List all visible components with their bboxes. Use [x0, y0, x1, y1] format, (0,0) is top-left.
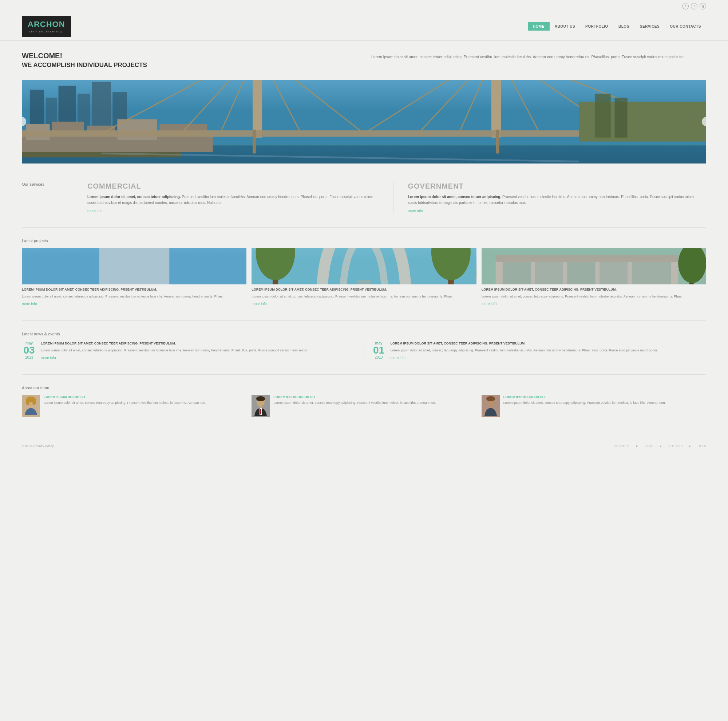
project-thumb-1 [22, 248, 246, 285]
facebook-icon[interactable]: f [691, 3, 697, 9]
project-more-3[interactable]: more info [482, 302, 706, 306]
svg-rect-87 [30, 405, 32, 408]
logo[interactable]: ARCHON civil engineering. [22, 16, 71, 37]
project-item-2: LOREM IPSUM DOLOR SIT AMET, CONSEC TEER … [252, 248, 476, 306]
project-item-1: LOREM IPSUM DOLOR SIT AMET, CONSEC TEER … [22, 248, 246, 306]
svg-rect-67 [357, 280, 371, 285]
svg-point-86 [32, 398, 36, 405]
service-commercial-title: COMMERCIAL [87, 182, 379, 190]
footer-sep-1: ► [636, 444, 639, 448]
divider-after-services [22, 227, 706, 228]
footer-link-faqs[interactable]: FAQS [645, 444, 653, 448]
svg-rect-73 [496, 255, 678, 262]
hero-title: WELCOME! [22, 52, 357, 60]
team-name-3: LOREM IPSUM DOLOR SIT [503, 395, 706, 399]
svg-rect-43 [615, 98, 627, 137]
svg-rect-19 [252, 80, 262, 138]
twitter-icon[interactable]: t [682, 3, 689, 9]
news-item-1: may 03 2013 LOREM IPSUM DOLOR SIT AMET, … [22, 341, 357, 360]
nav-blog[interactable]: BLOG [613, 22, 635, 31]
project-desc-1: Lorem ipsum dolor sit amet, consec tetur… [22, 294, 246, 299]
team-content-2: LOREM IPSUM DOLOR SIT Lorem ipsum dolor … [273, 395, 476, 417]
svg-point-90 [256, 396, 265, 401]
svg-rect-23 [491, 80, 501, 138]
footer-links: SUPPORT ► FAQS ► SITEMAP ► HELP [614, 444, 706, 448]
logo-text: ARCHON [28, 20, 65, 29]
service-government-desc: Lorem ipsum dolor sit amet, consec tetue… [408, 194, 699, 206]
service-commercial: COMMERCIAL Lorem ipsum dolor sit amet, c… [80, 182, 386, 213]
project-title-3: LOREM IPSUM DOLOR SIT AMET, CONSEC TEER … [482, 287, 706, 292]
svg-point-96 [486, 396, 495, 401]
project-more-1[interactable]: more info [22, 302, 246, 306]
team-grid: LOREM IPSUM DOLOR SIT Lorem ipsum dolor … [22, 395, 706, 417]
team-name-1: LOREM IPSUM DOLOR SIT [44, 395, 246, 399]
slideshow-image [22, 80, 706, 164]
news-title-1: LOREM IPSUM DOLOR SIT AMET, CONSEC TEER … [41, 341, 357, 346]
nav-contacts[interactable]: OUR CONTACTS [665, 22, 706, 31]
news-more-1[interactable]: more info [41, 356, 357, 360]
news-date-2: may 01 2013 [372, 341, 386, 360]
service-commercial-desc: Lorem ipsum dolor sit amet, consec tetue… [87, 194, 379, 206]
footer-link-support[interactable]: SUPPORT [614, 444, 630, 448]
footer-link-sitemap[interactable]: SITEMAP [668, 444, 683, 448]
team-item-1: LOREM IPSUM DOLOR SIT Lorem ipsum dolor … [22, 395, 246, 417]
project-item-3: LOREM IPSUM DOLOR SIT AMET, CONSEC TEER … [482, 248, 706, 306]
projects-section: Latest projects [0, 235, 728, 313]
svg-rect-75 [535, 262, 563, 285]
nav-services[interactable]: SERVICES [635, 22, 665, 31]
team-desc-3: Lorem ipsum dolor sit amet, consec tetur… [503, 401, 706, 406]
nav-about[interactable]: ABOUT US [550, 22, 580, 31]
divider-after-news [22, 374, 706, 375]
news-section: Latest news & events may 03 2013 LOREM I… [0, 328, 728, 367]
svg-rect-93 [260, 405, 262, 408]
projects-grid: LOREM IPSUM DOLOR SIT AMET, CONSEC TEER … [22, 248, 706, 306]
news-grid: may 03 2013 LOREM IPSUM DOLOR SIT AMET, … [22, 341, 706, 360]
team-avatar-3 [482, 395, 500, 417]
googleplus-icon[interactable]: g [700, 3, 706, 9]
header-social-bar: t f g [0, 0, 728, 12]
team-name-2: LOREM IPSUM DOLOR SIT [273, 395, 476, 399]
service-government-more[interactable]: more info [408, 209, 699, 213]
news-item-2: may 01 2013 LOREM IPSUM DOLOR SIT AMET, … [372, 341, 707, 360]
team-avatar-1 [22, 395, 40, 417]
main-nav: HOME ABOUT US PORTFOLIO BLOG SERVICES OU… [528, 22, 706, 31]
team-content-1: LOREM IPSUM DOLOR SIT Lorem ipsum dolor … [44, 395, 246, 417]
svg-point-85 [26, 398, 29, 405]
team-desc-2: Lorem ipsum dolor sit amet, consec tetur… [273, 401, 476, 406]
service-government: GOVERNMENT Lorem ipsum dolor sit amet, c… [401, 182, 707, 213]
news-year-1: 2013 [22, 355, 37, 360]
team-desc-1: Lorem ipsum dolor sit amet, consec tetur… [44, 401, 246, 406]
team-section: About our team LOREM IP [0, 382, 728, 424]
footer-link-help[interactable]: HELP [697, 444, 706, 448]
svg-rect-97 [489, 405, 492, 408]
project-more-2[interactable]: more info [252, 302, 476, 306]
service-government-title: GOVERNMENT [408, 182, 699, 190]
news-desc-2: Lorem ipsum dolor sit amet, consec; tetu… [391, 348, 707, 353]
hero-description: Lorem ipsum dolor sit amet, consec tetue… [371, 52, 706, 69]
project-title-1: LOREM IPSUM DOLOR SIT AMET, CONSEC TEER … [22, 287, 246, 292]
news-more-2[interactable]: more info [391, 356, 707, 360]
svg-rect-42 [595, 93, 611, 137]
news-day-1: 03 [22, 345, 37, 355]
footer-sep-2: ► [659, 444, 662, 448]
svg-rect-74 [503, 262, 531, 285]
logo-part2: ON [52, 20, 65, 29]
news-day-2: 01 [372, 345, 386, 355]
nav-portfolio[interactable]: PORTFOLIO [580, 22, 613, 31]
hero-subtitle: WE ACCOMPLISH INDIVIDUAL PROJECTS [22, 61, 357, 69]
logo-tagline: civil engineering. [29, 30, 64, 33]
project-desc-3: Lorem ipsum dolor sit amet, consec tetur… [482, 294, 706, 299]
header-main: ARCHON civil engineering. HOME ABOUT US … [0, 12, 728, 41]
services-separator [393, 182, 393, 213]
news-content-1: LOREM IPSUM DOLOR SIT AMET, CONSEC TEER … [41, 341, 357, 360]
news-date-1: may 03 2013 [22, 341, 37, 360]
news-year-2: 2013 [372, 355, 386, 360]
service-commercial-more[interactable]: more info [87, 209, 379, 213]
team-label: About our team [22, 386, 706, 390]
footer-copyright: 2015 © Privacy Policy [22, 444, 54, 448]
svg-rect-76 [567, 262, 595, 285]
team-avatar-2 [252, 395, 270, 417]
nav-home[interactable]: HOME [528, 22, 550, 31]
project-desc-2: Lorem ipsum dolor sit amet, consec tetur… [252, 294, 476, 299]
footer: 2015 © Privacy Policy SUPPORT ► FAQS ► S… [0, 439, 728, 453]
